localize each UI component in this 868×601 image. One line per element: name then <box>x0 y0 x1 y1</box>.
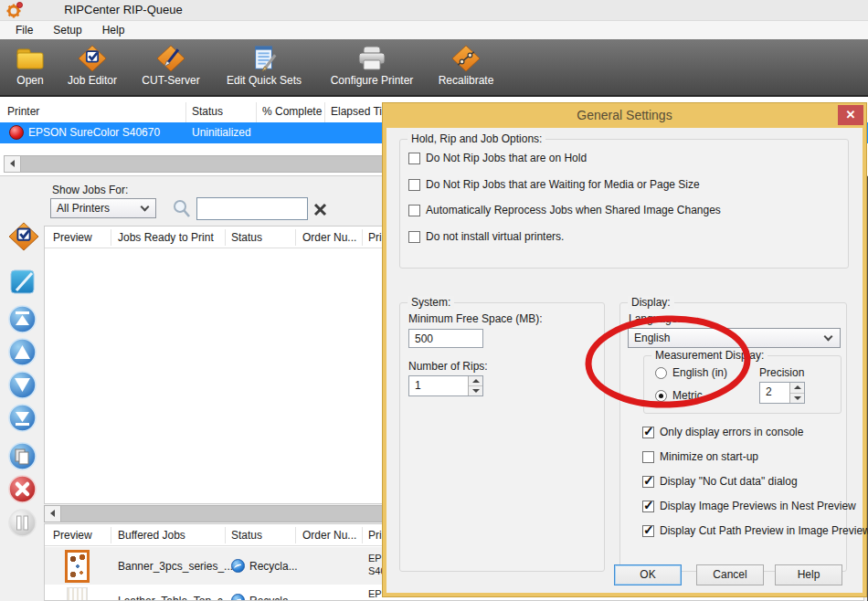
main-toolbar: Open Job Editor CUT-Server <box>0 39 868 97</box>
radio-metric[interactable] <box>655 390 667 402</box>
app-window: RIPCenter RIP-Queue File Setup Help Open… <box>0 0 868 601</box>
checkbox-label[interactable]: Display Cut Path Preview in Image Previe… <box>660 524 868 537</box>
checkbox-no-cut-data[interactable] <box>642 476 654 488</box>
col-printer[interactable]: Pri <box>368 231 382 244</box>
move-up-icon[interactable] <box>7 337 37 367</box>
menu-file[interactable]: File <box>7 22 41 38</box>
pause-icon[interactable] <box>7 508 37 538</box>
checkbox-minimize-startup[interactable] <box>642 451 654 463</box>
chevron-down-icon <box>824 332 833 342</box>
column-divider <box>225 229 226 246</box>
ok-button[interactable]: OK <box>614 564 682 585</box>
col-status[interactable]: Status <box>231 231 262 244</box>
edit-quick-sets-button[interactable]: Edit Quick Sets <box>214 45 314 87</box>
checkbox-label[interactable]: Minimize on start-up <box>660 450 758 463</box>
col-printer[interactable]: Printer <box>7 105 39 118</box>
printer-filter-dropdown[interactable]: All Printers <box>50 198 156 218</box>
configure-printer-button[interactable]: Configure Printer <box>317 45 427 87</box>
recycle-status-icon <box>231 594 245 601</box>
edit-job-icon[interactable] <box>7 267 38 296</box>
col-status[interactable]: Status <box>231 529 262 542</box>
min-free-space-input[interactable]: 500 <box>408 329 483 348</box>
number-of-rips-value: 1 <box>415 379 421 392</box>
checkbox-cut-path-preview[interactable] <box>642 525 654 537</box>
move-to-bottom-icon[interactable] <box>7 403 37 433</box>
col-preview[interactable]: Preview <box>53 231 92 244</box>
checkbox-no-rip-hold[interactable] <box>408 153 420 164</box>
radio-label[interactable]: English (in) <box>672 366 727 379</box>
display-group-label: Display: <box>628 296 674 309</box>
duplicate-job-icon[interactable] <box>7 441 37 471</box>
job-editor-icon <box>76 45 109 72</box>
col-buffered-jobs[interactable]: Buffered Jobs <box>118 529 185 542</box>
column-divider <box>256 102 257 122</box>
edit-quick-sets-label: Edit Quick Sets <box>227 74 302 87</box>
scroll-left-icon[interactable] <box>45 506 61 522</box>
checkbox-label[interactable]: Display Image Previews in Nest Preview <box>660 500 856 512</box>
checkbox-label[interactable]: Do Not Rip Jobs that are on Hold <box>426 152 587 164</box>
search-input[interactable] <box>196 197 308 220</box>
precision-stepper[interactable]: 2 <box>759 382 805 404</box>
checkbox-label[interactable]: Display "No Cut data" dialog <box>660 475 798 488</box>
number-of-rips-label: Number of Rips: <box>408 360 488 373</box>
help-button[interactable]: Help <box>775 564 842 585</box>
number-of-rips-stepper[interactable]: 1 <box>408 375 483 396</box>
configure-printer-label: Configure Printer <box>331 74 414 87</box>
min-free-space-value: 500 <box>415 332 433 345</box>
spin-up-icon[interactable] <box>469 376 482 386</box>
col-percent[interactable]: % Complete <box>262 105 322 118</box>
language-dropdown[interactable]: English <box>628 328 841 348</box>
checkbox-auto-reprocess[interactable] <box>408 205 420 216</box>
job-name: Leather_Table_Top_c... <box>118 595 232 601</box>
clear-search-icon[interactable] <box>312 202 328 217</box>
cancel-button[interactable]: Cancel <box>696 564 764 585</box>
menu-bar: File Setup Help <box>0 20 868 39</box>
recalibrate-label: Recalibrate <box>439 74 494 87</box>
chevron-down-icon <box>141 203 150 212</box>
spin-buttons[interactable] <box>789 383 804 403</box>
scroll-left-icon[interactable] <box>5 156 21 172</box>
radio-label[interactable]: Metric <box>672 389 703 402</box>
col-jobs-ready[interactable]: Jobs Ready to Print <box>118 231 214 244</box>
column-divider <box>225 527 226 543</box>
col-status[interactable]: Status <box>192 105 223 118</box>
col-printer[interactable]: Pri <box>368 529 382 542</box>
open-button[interactable]: Open <box>3 45 58 87</box>
delete-job-icon[interactable] <box>7 474 37 504</box>
checkbox-label[interactable]: Do not install virtual printers. <box>426 230 564 243</box>
checkbox-no-rip-waiting[interactable] <box>408 179 420 191</box>
menu-setup[interactable]: Setup <box>45 22 90 38</box>
radio-english-in[interactable] <box>655 367 667 379</box>
job-properties-icon[interactable] <box>7 222 40 251</box>
col-order[interactable]: Order Nu... <box>302 529 356 542</box>
search-icon[interactable] <box>172 199 192 219</box>
configure-printer-icon <box>356 45 387 72</box>
spin-down-icon[interactable] <box>790 394 804 404</box>
spin-buttons[interactable] <box>468 376 482 395</box>
job-editor-label: Job Editor <box>68 74 117 87</box>
checkbox-label[interactable]: Only display errors in console <box>660 426 803 438</box>
checkbox-image-previews[interactable] <box>642 501 654 512</box>
checkbox-no-virtual-printers[interactable] <box>408 231 420 243</box>
hold-rip-group-label: Hold, Rip and Job Options: <box>408 132 545 145</box>
menu-help[interactable]: Help <box>94 22 133 38</box>
close-icon[interactable]: ✕ <box>838 105 863 125</box>
spin-up-icon[interactable] <box>790 383 804 394</box>
checkbox-label[interactable]: Do Not Rip Jobs that are Waiting for Med… <box>426 178 700 191</box>
job-editor-button[interactable]: Job Editor <box>56 45 129 87</box>
col-order[interactable]: Order Nu... <box>302 231 356 244</box>
move-to-top-icon[interactable] <box>7 304 37 334</box>
cut-server-button[interactable]: CUT-Server <box>130 45 212 87</box>
checkbox-label[interactable]: Automatically Reprocess Jobs when Shared… <box>426 204 721 216</box>
cut-server-label: CUT-Server <box>142 74 199 87</box>
move-down-icon[interactable] <box>7 370 37 400</box>
printer-name: EPSON SureColor S40670 <box>28 126 160 139</box>
recalibrate-button[interactable]: Recalibrate <box>424 45 508 87</box>
checkbox-only-errors[interactable] <box>642 427 654 438</box>
measurement-display-group: Measurement Display: English (in) Metric… <box>643 355 842 414</box>
job-thumbnail <box>65 550 90 583</box>
dialog-title: General Settings <box>382 102 867 128</box>
column-divider <box>324 102 325 122</box>
col-preview[interactable]: Preview <box>53 529 92 542</box>
spin-down-icon[interactable] <box>469 386 482 395</box>
